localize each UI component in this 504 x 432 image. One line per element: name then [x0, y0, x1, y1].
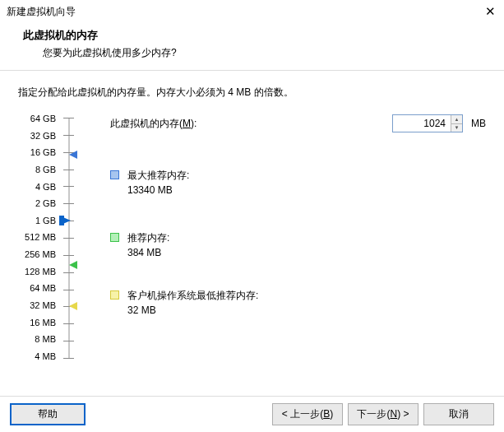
page-subtitle: 您要为此虚拟机使用多少内存? — [23, 46, 489, 60]
max-rec-title: 最大推荐内存: — [127, 169, 189, 183]
page-title: 此虚拟机的内存 — [23, 28, 489, 43]
square-green-icon — [110, 233, 119, 242]
memory-input-label: 此虚拟机的内存(M): — [110, 117, 197, 131]
rec-title: 推荐内存: — [127, 231, 169, 245]
marker-rec-icon — [69, 261, 77, 269]
back-button[interactable]: < 上一步(B) — [272, 403, 343, 425]
scale-label: 32 GB — [18, 132, 56, 141]
next-button[interactable]: 下一步(N) > — [348, 403, 418, 425]
square-blue-icon — [110, 170, 119, 179]
marker-max-icon — [69, 151, 77, 159]
square-yellow-icon — [110, 290, 119, 300]
memory-unit: MB — [471, 118, 486, 129]
scale-label: 256 MB — [18, 250, 56, 259]
scale-label: 64 MB — [18, 284, 56, 293]
scale-label: 16 MB — [18, 318, 56, 327]
scale-label: 1 GB — [18, 216, 56, 225]
scale-label: 512 MB — [18, 233, 56, 242]
wizard-header: 此虚拟机的内存 您要为此虚拟机使用多少内存? — [0, 23, 504, 71]
description-text: 指定分配给此虚拟机的内存量。内存大小必须为 4 MB 的倍数。 — [18, 86, 486, 100]
rec-value: 384 MB — [127, 247, 169, 258]
scale-label: 64 GB — [18, 114, 56, 123]
scale-label: 32 MB — [18, 301, 56, 310]
help-button[interactable]: 帮助 — [10, 403, 86, 425]
max-recommended: 最大推荐内存: 13340 MB — [110, 169, 189, 196]
min-recommended: 客户机操作系统最低推荐内存: 32 MB — [110, 289, 258, 316]
memory-spinbox[interactable]: ▲ ▼ — [392, 114, 463, 132]
scale-label: 4 GB — [18, 183, 56, 192]
slider-thumb[interactable] — [59, 216, 71, 225]
recommended: 推荐内存: 384 MB — [110, 231, 169, 258]
slider-track[interactable] — [61, 114, 77, 361]
marker-min-icon — [69, 302, 77, 310]
spin-down-icon[interactable]: ▼ — [451, 124, 462, 132]
scale-label: 2 GB — [18, 199, 56, 208]
spin-up-icon[interactable]: ▲ — [451, 115, 462, 124]
scale-label: 4 MB — [18, 352, 56, 361]
button-bar: 帮助 < 上一步(B) 下一步(N) > 取消 — [0, 396, 504, 432]
slider-scale-labels: 64 GB32 GB16 GB8 GB4 GB2 GB1 GB512 MB256… — [18, 114, 56, 361]
min-rec-value: 32 MB — [127, 304, 258, 316]
scale-label: 8 MB — [18, 335, 56, 344]
memory-slider[interactable]: 64 GB32 GB16 GB8 GB4 GB2 GB1 GB512 MB256… — [18, 114, 77, 361]
cancel-button[interactable]: 取消 — [423, 403, 494, 425]
memory-info: 此虚拟机的内存(M): ▲ ▼ MB 最大推荐内存: 13340 MB — [86, 114, 486, 361]
memory-input[interactable] — [393, 115, 451, 132]
min-rec-title: 客户机操作系统最低推荐内存: — [127, 289, 258, 303]
wizard-body: 指定分配给此虚拟机的内存量。内存大小必须为 4 MB 的倍数。 64 GB32 … — [0, 71, 504, 369]
scale-label: 8 GB — [18, 165, 56, 174]
max-rec-value: 13340 MB — [127, 184, 189, 196]
titlebar: 新建虚拟机向导 ✕ — [0, 0, 504, 23]
scale-label: 16 GB — [18, 148, 56, 157]
close-icon[interactable]: ✕ — [485, 4, 496, 19]
window-title: 新建虚拟机向导 — [7, 5, 76, 19]
scale-label: 128 MB — [18, 267, 56, 276]
